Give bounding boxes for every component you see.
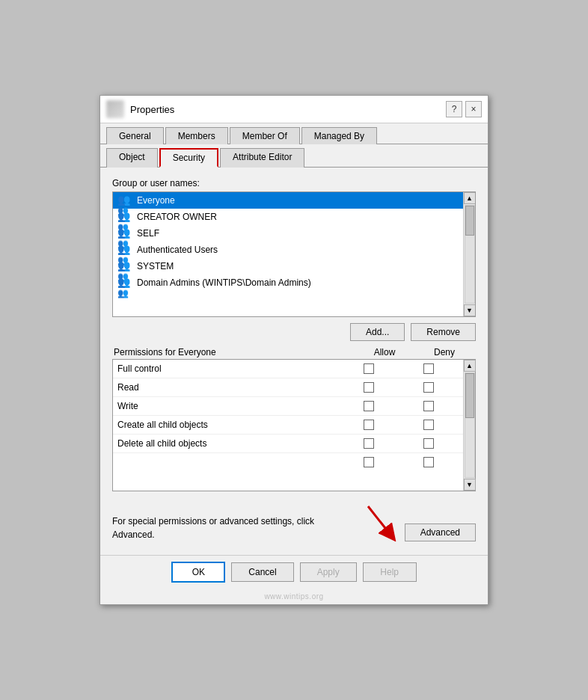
scroll-thumb[interactable] xyxy=(465,206,474,236)
deny-checkbox[interactable] xyxy=(423,457,434,467)
title-bar: Properties ? × xyxy=(100,96,488,123)
list-item[interactable]: 👥 Authenticated Users xyxy=(113,242,463,258)
deny-checkbox[interactable] xyxy=(423,420,434,430)
user-icon: 👥 xyxy=(117,260,132,272)
ok-button[interactable]: OK xyxy=(171,562,225,583)
help-button[interactable]: ? xyxy=(446,101,462,117)
list-item[interactable]: 👥 Everyone xyxy=(113,192,463,209)
list-item[interactable]: 👥 CREATOR OWNER xyxy=(113,209,463,225)
tab-members[interactable]: Members xyxy=(165,127,228,144)
red-arrow-annotation xyxy=(357,499,402,544)
allow-checkbox[interactable] xyxy=(364,401,374,411)
allow-checkbox[interactable] xyxy=(364,363,374,374)
permissions-section: Full control Read xyxy=(112,359,476,491)
permission-row: Read xyxy=(113,378,463,397)
allow-cell xyxy=(339,382,399,393)
user-icon: 👥 xyxy=(117,211,132,223)
deny-checkbox[interactable] xyxy=(423,401,434,411)
allow-checkbox[interactable] xyxy=(364,420,374,430)
scroll-up-btn[interactable]: ▲ xyxy=(464,192,476,204)
deny-cell xyxy=(399,363,459,374)
permissions-container: Full control Read xyxy=(113,360,475,491)
tabs-row-1: General Members Member Of Managed By xyxy=(100,123,488,144)
user-icon: 👥 xyxy=(117,244,132,256)
permission-row: Write xyxy=(113,397,463,416)
deny-cell xyxy=(399,438,459,449)
title-buttons: ? × xyxy=(446,101,482,117)
user-name: SELF xyxy=(137,228,159,239)
tab-security[interactable]: Security xyxy=(159,148,218,168)
allow-cell xyxy=(339,401,399,411)
perm-scroll-up-btn[interactable]: ▲ xyxy=(464,360,476,372)
scroll-track xyxy=(465,205,475,304)
user-icon: 👥 xyxy=(117,227,132,239)
allow-cell xyxy=(339,363,399,374)
permissions-outer-label: Permissions for Everyone Allow Deny xyxy=(112,347,476,357)
perm-scroll-down-btn[interactable]: ▼ xyxy=(464,479,476,491)
deny-cell xyxy=(399,401,459,411)
help-footer-button[interactable]: Help xyxy=(363,562,417,582)
group-label: Group or user names: xyxy=(112,178,476,188)
user-name: Domain Admins (WINTIPS\Domain Admins) xyxy=(137,277,311,288)
dialog-footer: OK Cancel Apply Help xyxy=(100,555,488,589)
permission-row: Delete all child objects xyxy=(113,435,463,453)
deny-cell xyxy=(399,420,459,430)
dialog-title: Properties xyxy=(130,104,440,115)
properties-dialog: Properties ? × General Members Member Of… xyxy=(99,95,489,605)
perm-scroll-thumb[interactable] xyxy=(465,373,474,418)
add-button[interactable]: Add... xyxy=(350,323,405,341)
user-list-scrollbar[interactable]: ▲ ▼ xyxy=(463,192,475,316)
user-icon: 👥 xyxy=(117,194,132,206)
tab-managed-by[interactable]: Managed By xyxy=(301,127,377,144)
scroll-down-btn[interactable]: ▼ xyxy=(464,304,476,316)
perm-scroll-track xyxy=(465,372,475,478)
apply-button[interactable]: Apply xyxy=(300,562,357,582)
advanced-text: For special permissions or advanced sett… xyxy=(112,515,314,541)
list-item[interactable]: 👥 SYSTEM xyxy=(113,258,463,274)
watermark: www.wintips.org xyxy=(264,592,323,601)
allow-col-header: Allow xyxy=(355,347,414,357)
user-icon: 👥 xyxy=(117,277,132,289)
deny-checkbox[interactable] xyxy=(423,382,434,393)
deny-checkbox[interactable] xyxy=(423,363,434,374)
allow-cell xyxy=(339,438,399,449)
user-list-container: 👥 Everyone 👥 CREATOR OWNER 👥 SELF 👥 Auth… xyxy=(112,191,476,317)
tab-object[interactable]: Object xyxy=(106,148,158,168)
allow-checkbox[interactable] xyxy=(364,382,374,393)
close-button[interactable]: × xyxy=(465,101,482,117)
permission-row: Full control xyxy=(113,360,463,378)
list-item[interactable]: 👥 Domain Admins (WINTIPS\Domain Admins) xyxy=(113,274,463,291)
user-name: Everyone xyxy=(137,195,175,206)
list-item[interactable]: 👥 SELF xyxy=(113,225,463,242)
add-remove-buttons: Add... Remove xyxy=(112,323,476,341)
allow-checkbox[interactable] xyxy=(364,438,374,449)
permissions-list: Full control Read xyxy=(113,360,463,491)
tab-attribute-editor[interactable]: Attribute Editor xyxy=(220,148,304,168)
deny-cell xyxy=(399,457,459,467)
permissions-scrollbar[interactable]: ▲ ▼ xyxy=(463,360,475,491)
user-name: Authenticated Users xyxy=(137,245,218,255)
user-name: SYSTEM xyxy=(137,261,174,271)
allow-cell xyxy=(339,420,399,430)
deny-cell xyxy=(399,382,459,393)
deny-checkbox[interactable] xyxy=(423,438,434,449)
permission-row xyxy=(113,453,463,468)
advanced-button[interactable]: Advanced xyxy=(405,524,476,541)
svg-line-1 xyxy=(368,506,391,535)
advanced-section: For special permissions or advanced sett… xyxy=(112,499,476,546)
tab-member-of[interactable]: Member Of xyxy=(230,127,300,144)
remove-button[interactable]: Remove xyxy=(411,323,476,341)
deny-col-header: Deny xyxy=(414,347,474,357)
allow-cell xyxy=(339,457,399,467)
permissions-for-label: Permissions for Everyone xyxy=(114,347,355,357)
user-name: CREATOR OWNER xyxy=(137,212,217,222)
tabs-row-2: Object Security Attribute Editor xyxy=(100,144,488,168)
dialog-icon xyxy=(106,100,124,118)
tab-content: Group or user names: 👥 Everyone 👥 CREATO… xyxy=(100,168,488,555)
user-list[interactable]: 👥 Everyone 👥 CREATOR OWNER 👥 SELF 👥 Auth… xyxy=(113,192,463,316)
permission-row: Create all child objects xyxy=(113,416,463,435)
cancel-button[interactable]: Cancel xyxy=(231,562,293,582)
tab-general[interactable]: General xyxy=(106,127,164,144)
allow-checkbox[interactable] xyxy=(364,457,374,467)
